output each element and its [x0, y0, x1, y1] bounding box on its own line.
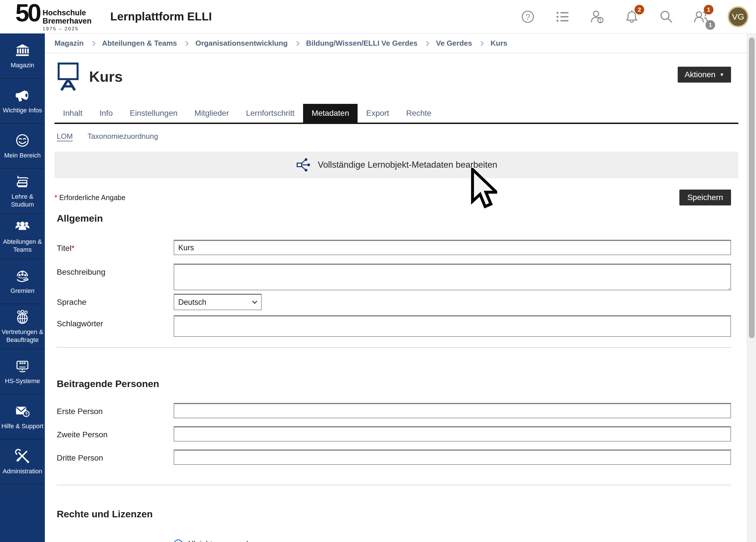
- copyright-radio[interactable]: [174, 539, 183, 542]
- edit-full-metadata-label: Vollständige Lernobjekt-Metadaten bearbe…: [318, 160, 497, 170]
- zweite-person-input[interactable]: [174, 426, 731, 442]
- list-icon: [555, 9, 570, 25]
- course-icon: [54, 61, 82, 92]
- hsb-logo: 50 Hochschule Bremerhaven 1975 – 2025: [15, 1, 91, 32]
- search-icon: [658, 9, 674, 25]
- form-row-beschreibung: Beschreibung: [54, 264, 738, 291]
- chevron-right-icon: [90, 41, 95, 46]
- user-status-button[interactable]: [589, 9, 605, 25]
- svg-text:***: ***: [19, 361, 26, 367]
- erste-person-label: Erste Person: [54, 403, 174, 416]
- copyright-label: Copyright: [54, 537, 174, 542]
- sprache-select[interactable]: Deutsch: [174, 294, 262, 310]
- main-area: Magazin Abteilungen & Teams Organisation…: [45, 33, 747, 542]
- breadcrumb-item[interactable]: Kurs: [490, 39, 507, 48]
- copyright-option-label: All rights reserved: [187, 540, 248, 542]
- subtab-bar: LOM Taxonomiezuordnung: [54, 132, 738, 141]
- sprache-label: Sprache: [54, 294, 174, 307]
- scrollbar-thumb[interactable]: [749, 37, 755, 338]
- monitor-icon: ***: [14, 358, 30, 374]
- schlagwoerter-input[interactable]: [174, 315, 731, 337]
- sidebar-item-magazin[interactable]: Magazin: [0, 33, 45, 79]
- tab-inhalt[interactable]: Inhalt: [54, 104, 91, 123]
- tab-rechte[interactable]: Rechte: [398, 104, 440, 123]
- form-row-erste-person: Erste Person: [54, 403, 738, 418]
- sidebar-item-administration[interactable]: Administration: [0, 440, 45, 485]
- sidebar-item-wichtige-infos[interactable]: Wichtige Infos: [0, 79, 45, 124]
- sidebar-item-hs-systeme[interactable]: *** HS-Systeme: [0, 349, 45, 394]
- breadcrumb-item[interactable]: Organisationsentwicklung: [195, 39, 287, 48]
- tab-einstellungen[interactable]: Einstellungen: [121, 104, 186, 123]
- page-content: Kurs Aktionen ▼ Inhalt Info Einstellunge…: [45, 61, 747, 542]
- tab-bar: Inhalt Info Einstellungen Mitglieder Ler…: [54, 104, 738, 124]
- sidebar-item-mein-bereich[interactable]: Mein Bereich: [0, 124, 45, 169]
- mail-help-icon: ?: [14, 404, 30, 419]
- main-sidebar: Magazin Wichtige Infos Mein Bereich Lehr…: [0, 33, 45, 542]
- required-asterisk: *: [54, 194, 57, 201]
- dritte-person-input[interactable]: [174, 449, 731, 465]
- required-note: * Erforderliche Angabe: [54, 190, 125, 202]
- aktionen-button[interactable]: Aktionen ▼: [678, 67, 731, 83]
- chevron-right-icon: [424, 41, 429, 46]
- form-row-copyright: Copyright All rights reserved: [54, 537, 738, 542]
- smiley-icon: [15, 133, 30, 148]
- books-icon: [14, 174, 30, 189]
- main-menu-button[interactable]: [555, 9, 570, 25]
- subtab-taxonomiezuordnung[interactable]: Taxonomiezuordnung: [87, 132, 158, 141]
- edit-full-metadata-button[interactable]: Vollständige Lernobjekt-Metadaten bearbe…: [54, 152, 738, 178]
- page-scrollbar[interactable]: [747, 33, 756, 542]
- header-icon-bar: ? 2: [520, 6, 749, 27]
- logo-years: 1975 – 2025: [43, 26, 92, 32]
- assembly-icon: [14, 268, 30, 283]
- svg-text:?: ?: [526, 12, 530, 21]
- form-row-sprache: Sprache Deutsch: [54, 294, 738, 310]
- tab-mitglieder[interactable]: Mitglieder: [186, 104, 237, 123]
- tab-lernfortschritt[interactable]: Lernfortschritt: [238, 104, 303, 123]
- contacts-button[interactable]: 1 1: [693, 9, 709, 25]
- titel-label: Titel*: [54, 240, 174, 253]
- tab-metadaten[interactable]: Metadaten: [303, 104, 358, 123]
- breadcrumb-item[interactable]: Bildung/Wissen/ELLI Ve Gerdes: [306, 39, 418, 48]
- form-row-schlagwoerter: Schlagwörter: [54, 315, 738, 337]
- people-group-icon: [14, 219, 30, 234]
- chevron-right-icon: [184, 41, 189, 46]
- bank-icon: [15, 43, 30, 58]
- tab-info[interactable]: Info: [91, 104, 121, 123]
- page-title: Kurs: [89, 68, 123, 85]
- contacts-badge-secondary: 1: [705, 20, 715, 30]
- logo-line2: Bremerhaven: [43, 17, 92, 25]
- chevron-right-icon: [294, 41, 299, 46]
- metadata-hub-icon: [296, 157, 311, 173]
- speichern-button[interactable]: Speichern: [679, 190, 731, 205]
- form-row-dritte-person: Dritte Person: [54, 449, 738, 465]
- form-header: * Erforderliche Angabe Speichern: [54, 190, 738, 205]
- breadcrumb-item[interactable]: Magazin: [54, 39, 84, 48]
- sidebar-item-gremien[interactable]: Gremien: [0, 259, 45, 304]
- tab-export[interactable]: Export: [358, 104, 398, 123]
- erste-person-input[interactable]: [174, 403, 731, 418]
- sidebar-item-vertretungen[interactable]: Vertretungen & Beauftragte: [0, 304, 45, 349]
- section-divider: [57, 485, 731, 485]
- breadcrumb-item[interactable]: Ve Gerdes: [436, 39, 472, 48]
- beschreibung-textarea[interactable]: [174, 264, 731, 290]
- breadcrumb-item[interactable]: Abteilungen & Teams: [102, 39, 177, 48]
- schlagwoerter-label: Schlagwörter: [54, 315, 174, 328]
- notifications-button[interactable]: 2: [624, 9, 640, 25]
- zweite-person-label: Zweite Person: [54, 426, 174, 439]
- search-button[interactable]: [658, 9, 674, 25]
- section-heading-allgemein: Allgemein: [54, 213, 738, 224]
- form-row-titel: Titel*: [54, 240, 738, 255]
- section-heading-beitragende: Beitragende Personen: [54, 378, 738, 389]
- form-row-zweite-person: Zweite Person: [54, 426, 738, 442]
- title-row: Kurs Aktionen ▼: [54, 61, 738, 92]
- titel-input[interactable]: [174, 240, 731, 255]
- sidebar-item-hilfe-support[interactable]: ? Hilfe & Support: [0, 394, 45, 440]
- sidebar-item-lehre-studium[interactable]: Lehre & Studium: [0, 169, 45, 214]
- help-button[interactable]: ?: [520, 9, 536, 25]
- avatar[interactable]: VG: [728, 6, 749, 27]
- help-icon: ?: [520, 9, 536, 25]
- sidebar-item-abteilungen-teams[interactable]: Abteilungen & Teams: [0, 214, 45, 259]
- dritte-person-label: Dritte Person: [54, 449, 174, 463]
- subtab-lom[interactable]: LOM: [57, 132, 73, 141]
- chevron-right-icon: [479, 41, 484, 46]
